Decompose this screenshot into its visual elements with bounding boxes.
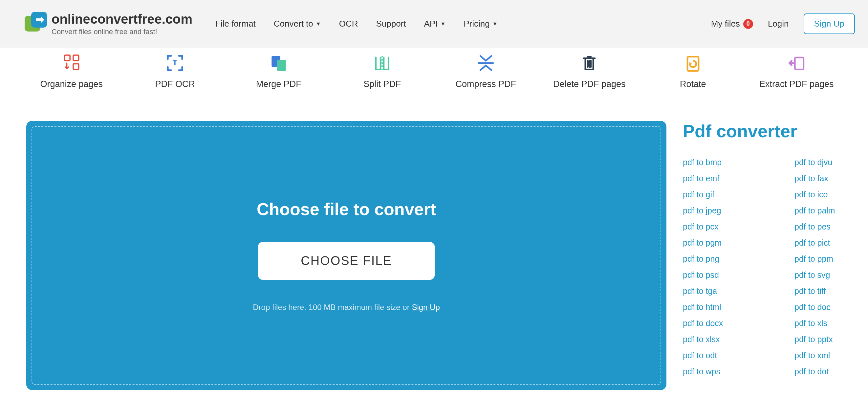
- logo-icon: [25, 12, 48, 32]
- rotate-icon: [683, 54, 703, 72]
- chevron-down-icon: ▼: [440, 21, 445, 27]
- tool-rotate[interactable]: Rotate: [646, 54, 740, 89]
- tool-pdf-ocr[interactable]: T PDF OCR: [128, 54, 222, 89]
- header-right: My files 0 Login Sign Up: [711, 13, 855, 34]
- tool-strip: Organize pages T PDF OCR Merge PDF Split…: [0, 48, 868, 101]
- converter-link[interactable]: pdf to jpeg: [683, 206, 795, 215]
- svg-rect-4: [73, 64, 79, 69]
- nav-pricing[interactable]: Pricing▼: [464, 19, 497, 29]
- header: onlineconvertfree.com Convert files onli…: [0, 0, 868, 48]
- converter-link[interactable]: pdf to wps: [683, 367, 795, 376]
- svg-rect-11: [795, 57, 804, 69]
- nav-api[interactable]: API▼: [424, 19, 445, 29]
- converter-link[interactable]: pdf to pptx: [795, 335, 868, 344]
- merge-icon: [269, 54, 288, 72]
- converter-link[interactable]: pdf to doc: [795, 302, 868, 312]
- signup-link[interactable]: Sign Up: [412, 303, 440, 311]
- chevron-down-icon: ▼: [316, 21, 321, 27]
- converter-link[interactable]: pdf to djvu: [795, 158, 868, 167]
- svg-rect-3: [73, 55, 79, 61]
- converter-link[interactable]: pdf to png: [683, 254, 795, 264]
- dropzone[interactable]: Choose file to convert CHOOSE FILE Drop …: [26, 121, 666, 390]
- converter-link[interactable]: pdf to tiff: [795, 286, 868, 296]
- converter-link[interactable]: pdf to xlsx: [683, 335, 795, 344]
- converter-link[interactable]: pdf to ico: [795, 190, 868, 199]
- tool-delete-pages[interactable]: Delete PDF pages: [542, 54, 637, 89]
- main-content: Choose file to convert CHOOSE FILE Drop …: [0, 101, 868, 390]
- tool-organize-pages[interactable]: Organize pages: [25, 54, 119, 89]
- split-icon: [373, 54, 392, 72]
- main-nav: File format Convert to▼ OCR Support API▼…: [215, 19, 711, 29]
- svg-text:T: T: [173, 58, 178, 67]
- logo[interactable]: onlineconvertfree.com Convert files onli…: [25, 12, 192, 36]
- converter-link[interactable]: pdf to fax: [795, 174, 868, 183]
- site-title: onlineconvertfree.com: [52, 12, 192, 26]
- converter-links: pdf to bmppdf to djvupdf to emfpdf to fa…: [683, 158, 868, 376]
- login-link[interactable]: Login: [768, 19, 789, 29]
- converter-link[interactable]: pdf to docx: [683, 319, 795, 328]
- converter-link[interactable]: pdf to pcx: [683, 222, 795, 232]
- trash-icon: [580, 54, 599, 72]
- tool-compress-pdf[interactable]: Compress PDF: [439, 54, 533, 89]
- dropzone-hint: Drop files here. 100 MB maximum file siz…: [253, 303, 440, 312]
- chevron-down-icon: ▼: [492, 21, 498, 27]
- tool-merge-pdf[interactable]: Merge PDF: [232, 54, 326, 89]
- tool-extract-pages[interactable]: Extract PDF pages: [750, 54, 844, 89]
- svg-rect-7: [277, 60, 286, 71]
- tool-split-pdf[interactable]: Split PDF: [336, 54, 429, 89]
- extract-icon: [787, 54, 806, 72]
- sidebar-title: Pdf converter: [683, 121, 868, 141]
- sidebar: Pdf converter pdf to bmppdf to djvupdf t…: [683, 121, 868, 390]
- converter-link[interactable]: pdf to psd: [683, 270, 795, 280]
- nav-file-format[interactable]: File format: [215, 19, 256, 29]
- nav-support[interactable]: Support: [376, 19, 406, 29]
- converter-link[interactable]: pdf to pict: [795, 238, 868, 247]
- converter-link[interactable]: pdf to svg: [795, 270, 868, 280]
- svg-rect-2: [64, 55, 70, 61]
- ocr-icon: T: [165, 54, 185, 72]
- converter-link[interactable]: pdf to dot: [795, 367, 868, 376]
- converter-link[interactable]: pdf to pgm: [683, 238, 795, 247]
- my-files-badge: 0: [743, 19, 753, 29]
- organize-icon: [62, 54, 81, 72]
- dropzone-title: Choose file to convert: [257, 199, 436, 219]
- converter-link[interactable]: pdf to ppm: [795, 254, 868, 264]
- converter-link[interactable]: pdf to xls: [795, 319, 868, 328]
- converter-link[interactable]: pdf to bmp: [683, 158, 795, 167]
- nav-ocr[interactable]: OCR: [339, 19, 358, 29]
- converter-link[interactable]: pdf to pes: [795, 222, 868, 232]
- nav-convert-to[interactable]: Convert to▼: [274, 19, 321, 29]
- compress-icon: [476, 54, 495, 72]
- converter-link[interactable]: pdf to emf: [683, 174, 795, 183]
- converter-link[interactable]: pdf to gif: [683, 190, 795, 199]
- my-files-link[interactable]: My files 0: [711, 19, 753, 29]
- choose-file-button[interactable]: CHOOSE FILE: [258, 242, 435, 280]
- converter-link[interactable]: pdf to palm: [795, 206, 868, 215]
- converter-link[interactable]: pdf to odt: [683, 351, 795, 360]
- converter-link[interactable]: pdf to xml: [795, 351, 868, 360]
- converter-link[interactable]: pdf to tga: [683, 286, 795, 296]
- signup-button[interactable]: Sign Up: [804, 13, 855, 34]
- converter-link[interactable]: pdf to html: [683, 302, 795, 312]
- site-subtitle: Convert files online free and fast!: [52, 28, 192, 36]
